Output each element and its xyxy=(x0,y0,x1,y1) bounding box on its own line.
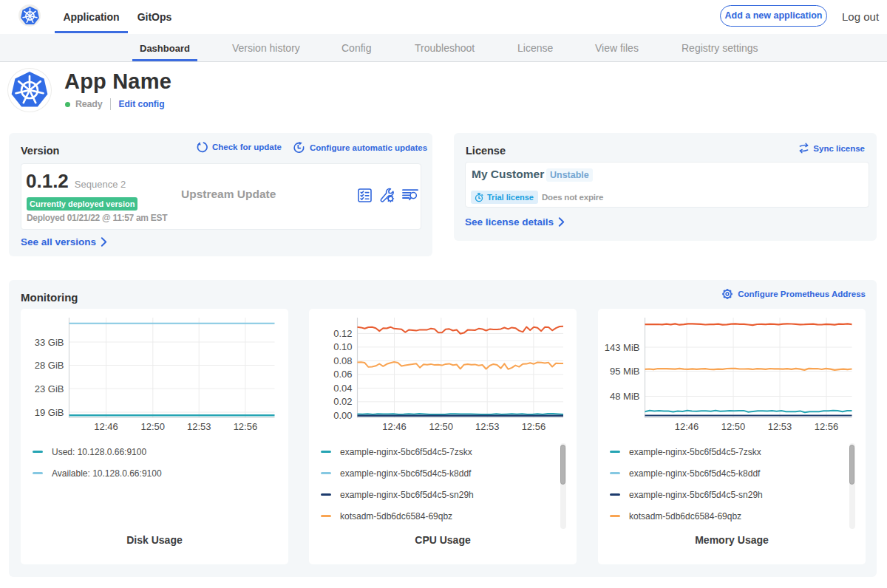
svg-text:12:53: 12:53 xyxy=(187,421,211,432)
svg-text:12:56: 12:56 xyxy=(522,421,546,432)
svg-text:0.06: 0.06 xyxy=(333,369,352,380)
svg-text:33 GiB: 33 GiB xyxy=(35,337,64,348)
svg-text:12:46: 12:46 xyxy=(382,421,407,432)
svg-text:12:46: 12:46 xyxy=(94,421,118,432)
svg-text:12:53: 12:53 xyxy=(768,421,792,432)
svg-text:12:46: 12:46 xyxy=(675,421,699,432)
svg-text:0.04: 0.04 xyxy=(333,383,352,394)
svg-text:12:50: 12:50 xyxy=(141,421,166,432)
svg-text:12:50: 12:50 xyxy=(721,421,746,432)
svg-text:95 MiB: 95 MiB xyxy=(610,366,639,377)
svg-text:143 MiB: 143 MiB xyxy=(605,342,640,353)
svg-text:12:56: 12:56 xyxy=(234,421,258,432)
svg-text:0.02: 0.02 xyxy=(333,396,352,407)
svg-text:28 GiB: 28 GiB xyxy=(35,360,64,371)
svg-text:12:50: 12:50 xyxy=(429,421,454,432)
svg-text:0.10: 0.10 xyxy=(333,341,352,352)
svg-text:0.00: 0.00 xyxy=(333,410,352,421)
svg-text:12:56: 12:56 xyxy=(815,421,839,432)
svg-text:0.12: 0.12 xyxy=(333,328,352,339)
svg-text:0.08: 0.08 xyxy=(333,355,352,366)
svg-text:48 MiB: 48 MiB xyxy=(610,391,639,402)
svg-text:19 GiB: 19 GiB xyxy=(35,407,64,418)
svg-text:23 GiB: 23 GiB xyxy=(35,383,64,394)
svg-text:12:53: 12:53 xyxy=(475,421,500,432)
